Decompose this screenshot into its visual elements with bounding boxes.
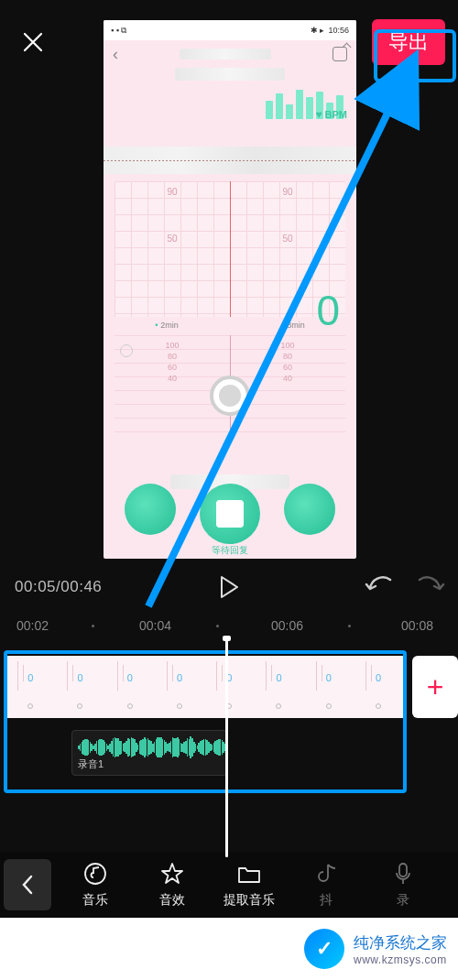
- video-track[interactable]: 00000000 +: [0, 656, 458, 718]
- video-clip[interactable]: 00000000: [5, 656, 403, 718]
- bottom-circles: [104, 484, 356, 544]
- add-clip-button[interactable]: +: [412, 656, 458, 718]
- watermark-title: 纯净系统之家: [354, 932, 447, 953]
- audio-track[interactable]: 录音1: [5, 726, 453, 785]
- upper-grid: 9050 9050: [114, 181, 345, 317]
- green-caption: 等待回复: [104, 544, 356, 557]
- toolbar-label: 录: [397, 892, 409, 909]
- record-ring-icon: [210, 376, 250, 416]
- toolbar-record[interactable]: 录: [365, 861, 442, 909]
- star-icon: [159, 861, 185, 887]
- big-value: 0: [316, 286, 340, 335]
- redo-button[interactable]: [414, 576, 445, 598]
- toolbar-label: 提取音乐: [224, 892, 275, 909]
- close-button[interactable]: [7, 16, 59, 68]
- watermark-url: www.kzmsys.com: [354, 953, 447, 966]
- toolbar-extract[interactable]: 提取音乐: [211, 861, 288, 909]
- toolbar-douyin[interactable]: 抖: [288, 861, 365, 909]
- playhead[interactable]: [225, 637, 228, 857]
- audio-clip[interactable]: 录音1: [71, 730, 227, 776]
- back-chevron-icon: ‹: [113, 45, 118, 64]
- play-button[interactable]: [219, 575, 239, 599]
- export-button[interactable]: 导出: [372, 19, 445, 65]
- toolbar-label: 音乐: [82, 892, 108, 909]
- audio-clip-label: 录音1: [78, 757, 104, 771]
- music-note-icon: [82, 861, 108, 887]
- douyin-icon: [313, 861, 339, 887]
- phone-header: ‹: [104, 40, 356, 68]
- toolbar-soundfx[interactable]: 音效: [134, 861, 211, 909]
- watermark-logo-icon: ✓: [304, 929, 344, 969]
- undo-button[interactable]: [365, 576, 396, 598]
- bottom-toolbar: 音乐 音效 提取音乐 抖 录: [0, 852, 458, 918]
- svg-point-1: [85, 864, 105, 884]
- mic-icon: [390, 861, 416, 887]
- heart-icon: ♥: [315, 108, 322, 121]
- blurred-title: [175, 68, 285, 81]
- phone-statusbar: ▪ ▪ ⧉ ✱ ▸10:56: [104, 20, 356, 40]
- toolbar-back-button[interactable]: [4, 859, 51, 910]
- toolbar-music[interactable]: 音乐: [57, 861, 134, 909]
- folder-icon: [236, 861, 262, 887]
- toolbar-label: 音效: [159, 892, 185, 909]
- timeline-ruler[interactable]: 00:02 00:04 00:06 00:08: [0, 614, 458, 637]
- watermark-bar: ✓ 纯净系统之家 www.kzmsys.com: [0, 918, 458, 980]
- svg-rect-2: [399, 864, 407, 877]
- toolbar-label: 抖: [320, 892, 333, 909]
- time-display: 00:05/00:46: [15, 578, 102, 596]
- ekg-strip: [104, 147, 356, 174]
- video-preview[interactable]: ▪ ▪ ⧉ ✱ ▸10:56 ‹ ♥ BPM 9050 9050 2min3mi…: [104, 20, 356, 559]
- share-icon: [333, 47, 347, 61]
- small-ring-icon: [120, 344, 133, 357]
- bpm-label: ♥ BPM: [315, 108, 347, 121]
